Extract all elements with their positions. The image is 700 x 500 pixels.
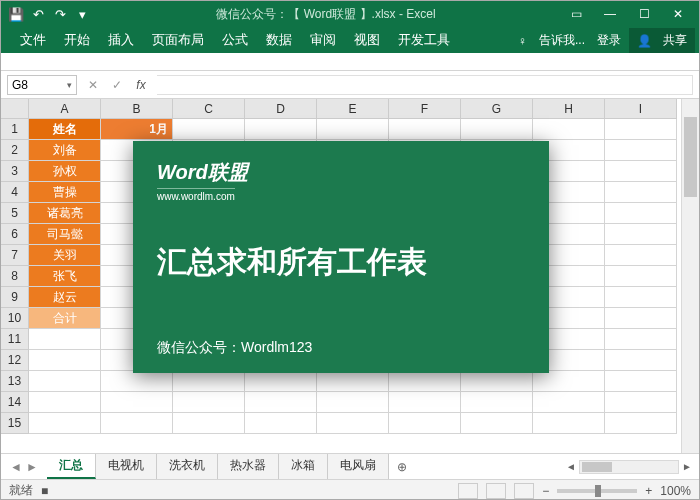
tab-insert[interactable]: 插入 xyxy=(99,27,143,53)
cell[interactable] xyxy=(461,392,533,413)
sheet-prev-icon[interactable]: ◄ xyxy=(9,460,23,474)
cell[interactable] xyxy=(605,245,677,266)
tell-me[interactable]: 告诉我... xyxy=(535,30,589,51)
cell[interactable] xyxy=(389,392,461,413)
sheet-tab[interactable]: 电风扇 xyxy=(328,454,389,479)
tab-developer[interactable]: 开发工具 xyxy=(389,27,459,53)
cell[interactable] xyxy=(533,119,605,140)
tab-formulas[interactable]: 公式 xyxy=(213,27,257,53)
row-header[interactable]: 13 xyxy=(1,371,29,392)
cell[interactable]: 诸葛亮 xyxy=(29,203,101,224)
cell[interactable] xyxy=(173,119,245,140)
row-header[interactable]: 11 xyxy=(1,329,29,350)
cell[interactable] xyxy=(317,392,389,413)
cell[interactable]: 合计 xyxy=(29,308,101,329)
ribbon-options-icon[interactable]: ▭ xyxy=(561,7,591,21)
cell[interactable] xyxy=(605,287,677,308)
column-header[interactable]: E xyxy=(317,99,389,119)
column-header[interactable]: D xyxy=(245,99,317,119)
formula-cancel-icon[interactable]: ✕ xyxy=(83,78,103,92)
cell[interactable] xyxy=(29,413,101,434)
cell[interactable] xyxy=(533,371,605,392)
column-header[interactable]: B xyxy=(101,99,173,119)
zoom-level[interactable]: 100% xyxy=(660,484,691,498)
cell[interactable] xyxy=(245,413,317,434)
sheet-tab[interactable]: 电视机 xyxy=(96,454,157,479)
save-icon[interactable]: 💾 xyxy=(7,5,25,23)
cell[interactable]: 曹操 xyxy=(29,182,101,203)
cell[interactable] xyxy=(605,350,677,371)
formula-input[interactable] xyxy=(157,75,693,95)
cell[interactable] xyxy=(533,392,605,413)
formula-confirm-icon[interactable]: ✓ xyxy=(107,78,127,92)
cell[interactable] xyxy=(101,371,173,392)
row-header[interactable]: 3 xyxy=(1,161,29,182)
cell[interactable] xyxy=(389,371,461,392)
tab-review[interactable]: 审阅 xyxy=(301,27,345,53)
tab-view[interactable]: 视图 xyxy=(345,27,389,53)
row-header[interactable]: 9 xyxy=(1,287,29,308)
row-header[interactable]: 2 xyxy=(1,140,29,161)
cell[interactable] xyxy=(29,371,101,392)
cell[interactable] xyxy=(605,266,677,287)
row-header[interactable]: 15 xyxy=(1,413,29,434)
add-sheet-button[interactable]: ⊕ xyxy=(389,457,415,477)
zoom-out-button[interactable]: − xyxy=(542,484,549,498)
row-header[interactable]: 1 xyxy=(1,119,29,140)
view-pagebreak-icon[interactable] xyxy=(514,483,534,499)
tell-me-icon[interactable]: ♀ xyxy=(514,32,531,50)
name-box[interactable]: G8 xyxy=(7,75,77,95)
cell[interactable] xyxy=(605,119,677,140)
sheet-tab[interactable]: 热水器 xyxy=(218,454,279,479)
cell[interactable] xyxy=(389,119,461,140)
cell[interactable] xyxy=(605,371,677,392)
column-header[interactable]: A xyxy=(29,99,101,119)
cell[interactable] xyxy=(605,308,677,329)
cell[interactable] xyxy=(29,329,101,350)
cell[interactable] xyxy=(173,371,245,392)
tab-home[interactable]: 开始 xyxy=(55,27,99,53)
cell[interactable]: 赵云 xyxy=(29,287,101,308)
column-header[interactable]: C xyxy=(173,99,245,119)
hscroll-left-icon[interactable]: ◄ xyxy=(563,461,579,472)
tab-data[interactable]: 数据 xyxy=(257,27,301,53)
cell[interactable] xyxy=(29,392,101,413)
cell[interactable] xyxy=(605,329,677,350)
row-header[interactable]: 4 xyxy=(1,182,29,203)
tab-page-layout[interactable]: 页面布局 xyxy=(143,27,213,53)
maximize-icon[interactable]: ☐ xyxy=(629,7,659,21)
cell[interactable] xyxy=(389,413,461,434)
sheet-tab[interactable]: 洗衣机 xyxy=(157,454,218,479)
cell[interactable] xyxy=(317,413,389,434)
cell[interactable] xyxy=(605,203,677,224)
undo-icon[interactable]: ↶ xyxy=(29,5,47,23)
cell[interactable] xyxy=(605,161,677,182)
vertical-scrollbar[interactable] xyxy=(681,99,699,453)
zoom-in-button[interactable]: + xyxy=(645,484,652,498)
minimize-icon[interactable]: — xyxy=(595,7,625,21)
column-header[interactable]: G xyxy=(461,99,533,119)
cell[interactable]: 司马懿 xyxy=(29,224,101,245)
cell[interactable]: 张飞 xyxy=(29,266,101,287)
row-header[interactable]: 7 xyxy=(1,245,29,266)
cell[interactable] xyxy=(461,413,533,434)
row-header[interactable]: 10 xyxy=(1,308,29,329)
cell[interactable] xyxy=(173,392,245,413)
sheet-tab[interactable]: 汇总 xyxy=(47,454,96,479)
sheet-next-icon[interactable]: ► xyxy=(25,460,39,474)
cell[interactable] xyxy=(605,392,677,413)
zoom-slider[interactable] xyxy=(557,489,637,493)
cell[interactable] xyxy=(101,392,173,413)
row-header[interactable]: 14 xyxy=(1,392,29,413)
cell[interactable] xyxy=(605,224,677,245)
cell[interactable]: 刘备 xyxy=(29,140,101,161)
cell[interactable] xyxy=(461,119,533,140)
fx-icon[interactable]: fx xyxy=(131,78,151,92)
column-header[interactable]: F xyxy=(389,99,461,119)
row-header[interactable]: 8 xyxy=(1,266,29,287)
cell[interactable] xyxy=(245,119,317,140)
cell[interactable] xyxy=(245,371,317,392)
cell[interactable] xyxy=(29,350,101,371)
cell[interactable] xyxy=(605,140,677,161)
view-pagelayout-icon[interactable] xyxy=(486,483,506,499)
